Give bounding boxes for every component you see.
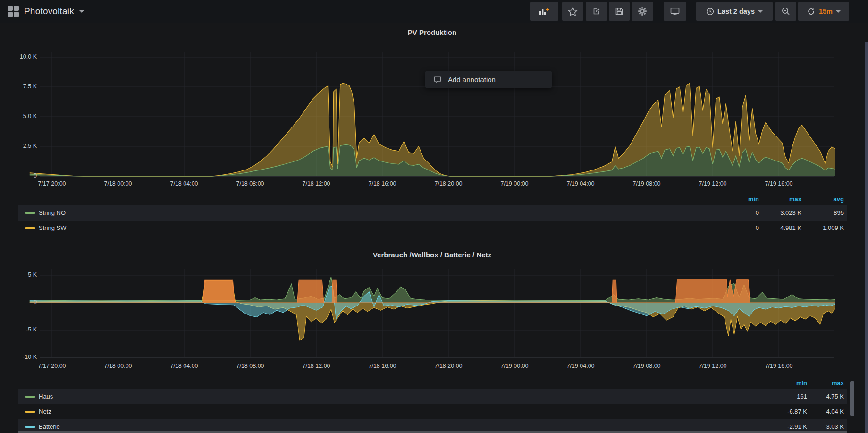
save-dashboard-button[interactable] (609, 2, 630, 21)
x-axis-tick-label: 7/18 00:00 (97, 363, 139, 369)
legend-header-avg: avg (787, 195, 844, 203)
x-axis-tick-label: 7/18 12:00 (295, 180, 337, 187)
dashboards-grid-icon[interactable] (8, 6, 19, 17)
panel-title-pv-produktion[interactable]: PV Produktion (0, 28, 864, 36)
x-axis-tick-label: 7/18 12:00 (295, 363, 337, 369)
add-panel-icon (539, 7, 550, 16)
x-axis-tick-label: 7/18 04:00 (163, 363, 205, 369)
legend-value: 4.75 K (787, 393, 844, 400)
y-axis-tick-label: -5 K (0, 326, 37, 333)
grafana-dashboard: Photovoltaik (0, 0, 868, 433)
refresh-caret-icon (836, 10, 841, 13)
panel-title-verbrauch[interactable]: Verbrauch /Wallbox / Batterie / Netz (0, 251, 864, 259)
x-axis-tick-label: 7/17 20:00 (31, 180, 73, 187)
y-axis-tick-label: 0 (0, 299, 37, 306)
legend-value: 895 (787, 209, 844, 216)
x-axis-tick-label: 7/19 12:00 (691, 180, 734, 187)
legend-series-label[interactable]: Netz (39, 408, 51, 415)
x-axis-tick-label: 7/19 04:00 (559, 363, 602, 369)
x-axis-tick-label: 7/18 20:00 (427, 363, 470, 369)
x-axis-tick-label: 7/19 16:00 (758, 180, 800, 187)
series-color-dash (25, 411, 35, 413)
time-range-picker[interactable]: Last 2 days (696, 2, 773, 21)
zoom-out-icon (781, 7, 791, 16)
x-axis-tick-label: 7/19 08:00 (625, 180, 668, 187)
x-axis-tick-label: 7/18 16:00 (361, 180, 404, 187)
legend-series-label[interactable]: String SW (39, 224, 67, 231)
navbar-left: Photovoltaik (8, 0, 84, 23)
y-axis-tick-label: -10 K (0, 354, 37, 360)
x-axis-tick-label: 7/18 00:00 (97, 180, 139, 187)
legend-row[interactable]: Netz-6.87 K4.04 K (18, 404, 847, 419)
dashboard-settings-button[interactable] (632, 2, 653, 21)
legend-value: 3.03 K (787, 423, 844, 430)
y-axis-tick-label: 0 (0, 172, 37, 179)
series-color-dash (25, 212, 35, 214)
star-icon (568, 7, 578, 17)
zoom-out-time-button[interactable] (775, 2, 796, 21)
x-axis-tick-label: 7/18 16:00 (361, 363, 404, 369)
page-scrollbar-thumb[interactable] (865, 42, 868, 433)
x-axis-tick-label: 7/19 12:00 (691, 363, 734, 369)
mark-favorite-button[interactable] (562, 2, 583, 21)
legend-value: 4.04 K (787, 408, 844, 415)
y-axis-tick-label: 2.5 K (0, 143, 37, 149)
legend-value: 1.009 K (787, 224, 844, 231)
add-panel-button[interactable] (530, 2, 558, 21)
y-axis-tick-label: 7.5 K (0, 83, 37, 90)
comment-icon (433, 76, 442, 84)
x-axis-tick-label: 7/19 08:00 (625, 363, 668, 369)
cycle-view-mode-button[interactable] (664, 2, 686, 21)
annotation-context-menu: Add annotation (425, 71, 552, 88)
horizontal-scrollbar[interactable] (18, 431, 847, 433)
x-axis-tick-label: 7/19 04:00 (559, 180, 602, 187)
series-color-dash (25, 426, 35, 428)
y-axis-tick-label: 5 K (0, 272, 37, 278)
legend-scrollbar-thumb[interactable] (850, 381, 854, 416)
legend-row[interactable]: String SW04.981 K1.009 K (18, 221, 847, 236)
legend-series-label[interactable]: Haus (39, 393, 53, 400)
refresh-icon (807, 7, 816, 16)
x-axis-tick-label: 7/18 20:00 (427, 180, 470, 187)
navbar: Photovoltaik (0, 0, 868, 23)
legend-series-label[interactable]: String NO (39, 209, 66, 216)
x-axis-tick-label: 7/19 00:00 (493, 180, 536, 187)
share-dashboard-button[interactable] (586, 2, 607, 21)
add-annotation-item[interactable]: Add annotation (448, 76, 496, 84)
series-color-dash (25, 396, 35, 398)
refresh-interval-label: 15m (819, 8, 833, 15)
y-axis-tick-label: 10.0 K (0, 53, 37, 60)
legend-header-max: max (787, 380, 844, 387)
share-icon (592, 7, 601, 16)
dashboard-title-caret-icon[interactable] (79, 10, 84, 13)
clock-icon (706, 8, 714, 16)
x-axis-tick-label: 7/18 04:00 (163, 180, 205, 187)
x-axis-tick-label: 7/19 16:00 (758, 363, 800, 369)
x-axis-tick-label: 7/19 00:00 (493, 363, 536, 369)
dashboard-title[interactable]: Photovoltaik (24, 6, 74, 17)
x-axis-tick-label: 7/18 08:00 (229, 363, 271, 369)
time-range-caret-icon (758, 10, 763, 13)
save-icon (615, 7, 624, 16)
x-axis-tick-label: 7/18 08:00 (229, 180, 271, 187)
y-axis-tick-label: 5.0 K (0, 113, 37, 119)
series-color-dash (25, 227, 35, 229)
time-range-label: Last 2 days (717, 8, 755, 15)
gear-icon (637, 6, 648, 17)
legend-series-label[interactable]: Batterie (39, 423, 60, 430)
legend-row[interactable]: String NO03.023 K895 (18, 205, 847, 221)
legend-row[interactable]: Haus1614.75 K (18, 389, 847, 404)
monitor-icon (670, 7, 680, 16)
refresh-picker[interactable]: 15m (798, 2, 849, 21)
x-axis-tick-label: 7/17 20:00 (31, 363, 73, 369)
